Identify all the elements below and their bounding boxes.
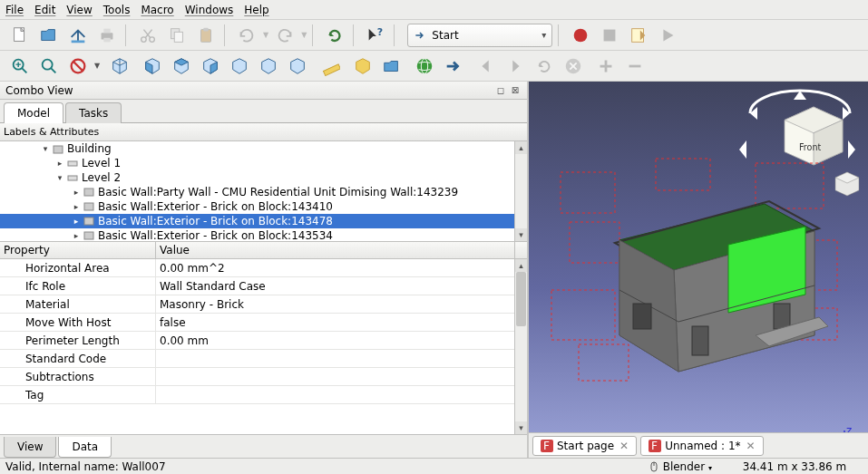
collapse-icon[interactable]: ▾: [54, 173, 65, 182]
macro-play-button[interactable]: [655, 23, 680, 48]
measure-button[interactable]: [317, 53, 343, 79]
view-rear-button[interactable]: [227, 53, 252, 79]
print-button[interactable]: [94, 23, 120, 48]
link-button[interactable]: [441, 53, 466, 79]
undo-button[interactable]: [234, 23, 259, 48]
menu-edit[interactable]: Edit: [34, 4, 55, 16]
redo-button[interactable]: [272, 23, 297, 48]
tree-item-building[interactable]: Building: [67, 142, 112, 155]
svg-point-12: [574, 28, 588, 42]
expand-icon[interactable]: ▸: [71, 202, 82, 211]
web-button[interactable]: [412, 53, 437, 79]
tab-view[interactable]: View: [4, 437, 56, 458]
status-message: Valid, Internal name: Wall007: [5, 460, 166, 473]
tree-item-wall[interactable]: Basic Wall:Exterior - Brick on Block:143…: [98, 229, 333, 241]
property-header-value[interactable]: Value: [156, 242, 514, 258]
tree-item-wall[interactable]: Basic Wall:Exterior - Brick on Block:143…: [98, 200, 333, 213]
panel-close-button[interactable]: ⊠: [509, 84, 522, 97]
props-scrollbar[interactable]: ▴▾: [514, 259, 527, 434]
zoom-selection-button[interactable]: [36, 53, 62, 79]
expand-icon[interactable]: ▸: [71, 217, 82, 226]
copy-button[interactable]: [164, 23, 190, 48]
prop-value[interactable]: [156, 368, 527, 385]
view-left-button[interactable]: [285, 53, 310, 79]
macro-stop-button[interactable]: [597, 23, 622, 48]
menu-windows[interactable]: Windows: [185, 4, 234, 16]
prop-name[interactable]: Standard Code: [0, 350, 156, 367]
prop-name[interactable]: Perimeter Length: [0, 332, 156, 349]
view-front-button[interactable]: [140, 53, 165, 79]
prop-value[interactable]: 0.00 mm^2: [156, 259, 527, 276]
expand-icon[interactable]: ▸: [54, 159, 65, 168]
prop-name[interactable]: Subtractions: [0, 368, 156, 385]
prop-value[interactable]: 0.00 mm: [156, 332, 527, 349]
property-header-name[interactable]: Property: [0, 242, 156, 258]
model-tree[interactable]: ▾Building ▸Level 1 ▾Level 2 ▸Basic Wall:…: [0, 141, 527, 241]
prop-value[interactable]: Masonry - Brick: [156, 295, 527, 313]
tree-item-level1[interactable]: Level 1: [82, 157, 121, 169]
close-tab-icon[interactable]: ✕: [746, 440, 756, 452]
new-button[interactable]: [7, 23, 33, 48]
menu-macro[interactable]: Macro: [141, 4, 173, 16]
collapse-icon[interactable]: ▾: [40, 144, 51, 153]
zoom-fit-button[interactable]: [7, 53, 33, 79]
tab-model[interactable]: Model: [4, 102, 63, 123]
refresh-button[interactable]: [322, 23, 347, 48]
menu-view[interactable]: View: [66, 4, 92, 16]
view-top-button[interactable]: [169, 53, 194, 79]
paste-button[interactable]: [193, 23, 219, 48]
nav-back-button[interactable]: [473, 53, 499, 79]
viewport-tab-start[interactable]: F Start page ✕: [532, 436, 637, 456]
prop-name[interactable]: Ifc Role: [0, 277, 156, 295]
menu-tools[interactable]: Tools: [103, 4, 131, 16]
viewport-tab-document[interactable]: F Unnamed : 1* ✕: [640, 436, 763, 456]
workbench-selector[interactable]: Start ▾: [407, 24, 552, 47]
prop-name[interactable]: Horizontal Area: [0, 259, 156, 276]
save-button[interactable]: [65, 23, 91, 48]
svg-rect-38: [692, 326, 708, 355]
prop-value[interactable]: [156, 350, 527, 367]
tree-item-wall[interactable]: Basic Wall:Party Wall - CMU Residential …: [98, 186, 458, 198]
whats-this-button[interactable]: ?: [363, 23, 388, 48]
macro-record-button[interactable]: [568, 23, 593, 48]
redo-dropdown-icon[interactable]: ▼: [301, 31, 307, 39]
zoom-out-button[interactable]: [622, 53, 648, 79]
prop-value[interactable]: Wall Standard Case: [156, 277, 527, 295]
tree-item-level2[interactable]: Level 2: [82, 171, 121, 184]
tab-data[interactable]: Data: [58, 437, 112, 458]
view-bottom-button[interactable]: [256, 53, 281, 79]
prop-name[interactable]: Material: [0, 295, 156, 313]
zoom-in-button[interactable]: [593, 53, 619, 79]
nav-forward-button[interactable]: [502, 53, 528, 79]
menu-help[interactable]: Help: [244, 4, 268, 16]
expand-icon[interactable]: ▸: [71, 188, 82, 197]
group-button[interactable]: [379, 53, 405, 79]
draw-style-dropdown-icon[interactable]: ▼: [94, 62, 100, 70]
view-iso-button[interactable]: [107, 53, 132, 79]
close-tab-icon[interactable]: ✕: [619, 440, 629, 452]
nav-stop-button[interactable]: [561, 53, 586, 79]
building-model[interactable]: [547, 154, 846, 408]
3d-viewport[interactable]: Front: [529, 82, 868, 458]
tree-scrollbar[interactable]: ▴▾: [514, 141, 527, 241]
prop-value[interactable]: false: [156, 314, 527, 331]
menu-file[interactable]: File: [5, 4, 24, 16]
nav-refresh-button[interactable]: [532, 53, 557, 79]
tab-tasks[interactable]: Tasks: [65, 102, 122, 123]
prop-name[interactable]: Move With Host: [0, 314, 156, 331]
start-arrow-icon: [414, 29, 426, 42]
prop-value[interactable]: [156, 386, 527, 403]
cut-button[interactable]: [135, 23, 161, 48]
draw-style-button[interactable]: [65, 53, 91, 79]
expand-icon[interactable]: ▸: [71, 231, 82, 240]
nav-style-selector[interactable]: Blender ▾: [663, 460, 712, 473]
tree-item-wall-selected[interactable]: Basic Wall:Exterior - Brick on Block:143…: [98, 215, 333, 227]
svg-rect-31: [570, 222, 619, 263]
macro-edit-button[interactable]: [626, 23, 651, 48]
view-right-button[interactable]: [198, 53, 223, 79]
prop-name[interactable]: Tag: [0, 386, 156, 403]
panel-float-button[interactable]: ◻: [494, 84, 507, 97]
undo-dropdown-icon[interactable]: ▼: [263, 31, 268, 39]
part-button[interactable]: [350, 53, 375, 79]
open-button[interactable]: [36, 23, 62, 48]
